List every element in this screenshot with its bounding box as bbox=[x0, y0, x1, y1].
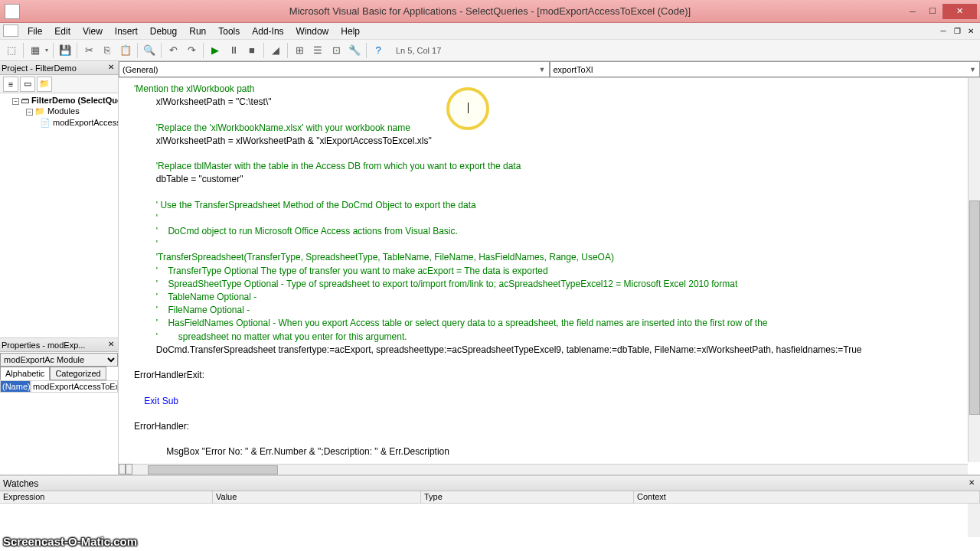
project-explorer-button[interactable]: ⊞ bbox=[291, 42, 308, 59]
watches-col-value[interactable]: Value bbox=[213, 491, 421, 503]
mdi-close-button[interactable]: ✕ bbox=[965, 26, 977, 37]
object-dropdown[interactable]: (General)▼ bbox=[119, 61, 550, 77]
cut-button[interactable]: ✂ bbox=[80, 42, 97, 59]
find-button[interactable]: 🔍 bbox=[141, 42, 158, 59]
property-name-label: (Name) bbox=[0, 380, 31, 393]
watches-col-type[interactable]: Type bbox=[421, 491, 634, 503]
watches-close-button[interactable]: ✕ bbox=[966, 478, 977, 489]
menu-run[interactable]: Run bbox=[183, 24, 212, 38]
properties-object-selector[interactable]: modExportAc Module bbox=[0, 353, 118, 367]
close-button[interactable]: ✕ bbox=[942, 4, 977, 19]
property-name-value[interactable]: modExportAccessToExce bbox=[31, 380, 118, 393]
menu-help[interactable]: Help bbox=[335, 24, 366, 38]
object-browser-button[interactable]: ⊡ bbox=[328, 42, 345, 59]
toolbox-button[interactable]: 🔧 bbox=[346, 42, 363, 59]
properties-tab-alphabetic[interactable]: Alphabetic bbox=[0, 367, 50, 380]
menu-file[interactable]: File bbox=[21, 24, 48, 38]
save-button[interactable]: 💾 bbox=[57, 42, 74, 59]
maximize-button[interactable]: ☐ bbox=[923, 4, 942, 19]
toolbar: ⬚ ▦▾ 💾 ✂ ⎘ 📋 🔍 ↶ ↷ ▶ ⏸ ■ ◢ ⊞ ☰ ⊡ 🔧 ? Ln … bbox=[0, 40, 980, 61]
insert-module-button[interactable]: ▦ bbox=[27, 42, 44, 59]
menu-debug[interactable]: Debug bbox=[144, 24, 183, 38]
break-button[interactable]: ⏸ bbox=[225, 42, 242, 59]
mdi-restore-button[interactable]: ❐ bbox=[951, 26, 963, 37]
watermark: Screencast-O-Matic.com bbox=[3, 535, 137, 548]
tree-project-root[interactable]: −🗃 FilterDemo (SelectQueri bbox=[2, 95, 116, 106]
horizontal-scrollbar[interactable] bbox=[132, 464, 968, 474]
properties-panel-header: Properties - modExp... ✕ bbox=[0, 338, 118, 352]
paste-button[interactable]: 📋 bbox=[117, 42, 134, 59]
procedure-view-button[interactable] bbox=[119, 464, 126, 474]
menu-window[interactable]: Window bbox=[290, 24, 335, 38]
mdi-minimize-button[interactable]: ─ bbox=[937, 26, 949, 37]
window-title: Microsoft Visual Basic for Applications … bbox=[289, 5, 691, 17]
watches-title: Watches bbox=[3, 478, 38, 489]
text-cursor bbox=[468, 103, 469, 113]
properties-panel-title: Properties - modExp... bbox=[2, 341, 85, 350]
menu-insert[interactable]: Insert bbox=[109, 24, 144, 38]
reset-button[interactable]: ■ bbox=[243, 42, 260, 59]
full-module-view-button[interactable] bbox=[126, 464, 132, 474]
properties-button[interactable]: ☰ bbox=[309, 42, 326, 59]
titlebar: Microsoft Visual Basic for Applications … bbox=[0, 0, 980, 23]
menubar: File Edit View Insert Debug Run Tools Ad… bbox=[0, 23, 980, 40]
view-access-button[interactable]: ⬚ bbox=[3, 42, 20, 59]
design-mode-button[interactable]: ◢ bbox=[267, 42, 284, 59]
view-object-button[interactable]: ▭ bbox=[20, 77, 35, 92]
project-tree[interactable]: −🗃 FilterDemo (SelectQueri −📁 Modules 📄 … bbox=[0, 93, 118, 337]
properties-panel-close-button[interactable]: ✕ bbox=[106, 340, 116, 350]
redo-button[interactable]: ↷ bbox=[183, 42, 200, 59]
run-button[interactable]: ▶ bbox=[207, 42, 224, 59]
tree-modules-folder[interactable]: −📁 Modules bbox=[2, 106, 116, 117]
toggle-folders-button[interactable]: 📁 bbox=[37, 77, 52, 92]
vba-icon bbox=[3, 24, 18, 37]
project-panel-header: Project - FilterDemo ✕ bbox=[0, 61, 118, 75]
menu-edit[interactable]: Edit bbox=[48, 24, 77, 38]
view-code-button[interactable]: ≡ bbox=[3, 77, 18, 92]
code-editor[interactable]: 'Mention the xlWorkbook path xlWorksheet… bbox=[119, 78, 980, 474]
watches-col-expression[interactable]: Expression bbox=[0, 491, 213, 503]
minimize-button[interactable]: ─ bbox=[903, 4, 923, 19]
project-panel-title: Project - FilterDemo bbox=[2, 64, 77, 73]
menu-addins[interactable]: Add-Ins bbox=[246, 24, 289, 38]
app-icon bbox=[5, 4, 20, 19]
copy-button[interactable]: ⎘ bbox=[99, 42, 116, 59]
properties-tab-categorized[interactable]: Categorized bbox=[50, 367, 106, 380]
watches-list[interactable] bbox=[0, 504, 980, 537]
help-button[interactable]: ? bbox=[370, 42, 387, 59]
cursor-position: Ln 5, Col 17 bbox=[396, 46, 441, 55]
project-panel-close-button[interactable]: ✕ bbox=[106, 63, 116, 73]
menu-view[interactable]: View bbox=[77, 24, 109, 38]
undo-button[interactable]: ↶ bbox=[165, 42, 181, 59]
watches-scrollbar[interactable] bbox=[968, 504, 980, 537]
tree-module-item[interactable]: 📄 modExportAccessTo bbox=[2, 117, 116, 129]
watches-col-context[interactable]: Context bbox=[634, 491, 980, 503]
menu-tools[interactable]: Tools bbox=[212, 24, 246, 38]
watches-panel: Watches ✕ Expression Value Type Context bbox=[0, 474, 980, 537]
procedure-dropdown[interactable]: exportToXl▼ bbox=[550, 61, 981, 77]
vertical-scrollbar[interactable] bbox=[968, 78, 980, 462]
